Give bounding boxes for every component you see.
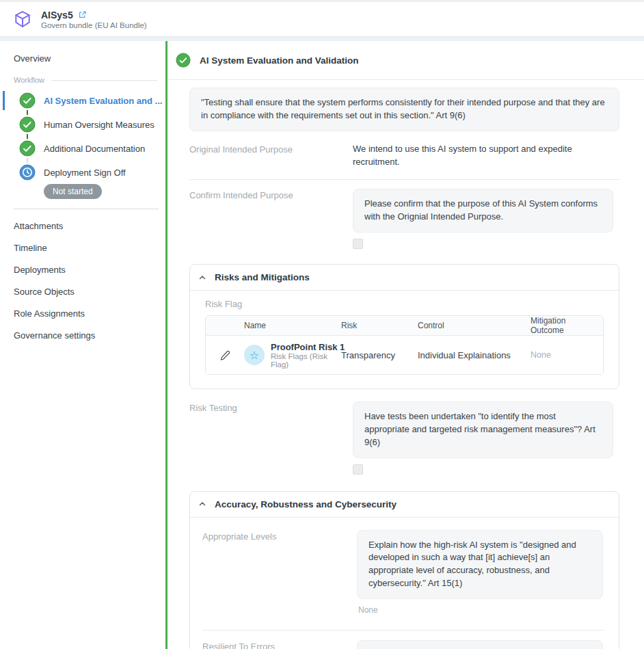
edit-pencil-icon[interactable] bbox=[206, 349, 244, 361]
step-connector bbox=[27, 158, 28, 163]
sidebar-item-attachments[interactable]: Attachments bbox=[14, 215, 165, 237]
risk-testing-checkbox[interactable] bbox=[353, 464, 363, 475]
chevron-up-icon[interactable] bbox=[198, 274, 206, 282]
sidebar: Overview Workflow AI System Evaluation a… bbox=[0, 41, 165, 649]
main-panel: AI System Evaluation and Validation "Tes… bbox=[165, 41, 644, 649]
table-header-row: Name Risk Control Mitigation Outcome bbox=[206, 316, 603, 336]
control-cell: Individual Explainations bbox=[418, 350, 531, 360]
risks-and-mitigations-card: Risks and Mitigations Risk Flag Name Ris… bbox=[189, 264, 619, 389]
workflow-step-deployment-sign-off[interactable]: Deployment Sign Off bbox=[14, 163, 165, 182]
workflow-step-label[interactable]: Additional Documentation bbox=[44, 144, 145, 154]
column-header-mitigation-outcome: Mitigation Outcome bbox=[531, 316, 603, 335]
field-value-none: None bbox=[358, 605, 603, 615]
column-header-control: Control bbox=[418, 321, 531, 330]
risk-flag-table: Name Risk Control Mitigation Outcome bbox=[205, 315, 604, 375]
check-circle-icon bbox=[176, 53, 191, 68]
workflow-heading: Workflow bbox=[14, 76, 44, 84]
sidebar-item-source-objects[interactable]: Source Objects bbox=[14, 280, 165, 302]
workflow-step-human-oversight[interactable]: Human Oversight Measures bbox=[14, 115, 165, 134]
field-original-intended-purpose: Original Intended Purpose We intend to u… bbox=[189, 134, 619, 180]
field-risk-testing: Risk Testing Have tests been undertaken … bbox=[189, 389, 619, 486]
step-connector bbox=[27, 110, 28, 115]
bundle-title: AISys5 bbox=[41, 10, 73, 21]
field-label: Risk Testing bbox=[189, 401, 353, 475]
section-header: AI System Evaluation and Validation bbox=[167, 41, 644, 79]
field-confirm-intended-purpose: Confirm Intended Purpose Please confirm … bbox=[189, 179, 619, 260]
chevron-up-icon[interactable] bbox=[198, 500, 206, 508]
field-label: Appropriate Levels bbox=[202, 530, 357, 616]
column-header-risk: Risk bbox=[341, 321, 418, 330]
risk-name: ProofPoint Risk 1 bbox=[271, 342, 345, 352]
sidebar-item-overview[interactable]: Overview bbox=[14, 52, 165, 65]
field-instruction: Have tests been undertaken "to identify … bbox=[353, 401, 613, 458]
sidebar-divider bbox=[14, 209, 159, 209]
field-instruction: Explain how the high-risk AI system is "… bbox=[357, 530, 603, 599]
field-instruction: Declare measures taken to ensure that th… bbox=[357, 640, 603, 649]
field-label: Confirm Intended Purpose bbox=[189, 189, 353, 249]
card-title: Risks and Mitigations bbox=[215, 272, 310, 282]
external-link-icon[interactable] bbox=[78, 10, 87, 19]
sidebar-item-governance-settings[interactable]: Governance settings bbox=[14, 324, 165, 346]
mitigation-outcome-cell: None bbox=[531, 350, 603, 360]
table-row: ☆ ProofPoint Risk 1 Risk Flags (Risk Fla… bbox=[206, 336, 603, 374]
check-circle-icon bbox=[19, 140, 36, 157]
accuracy-robustness-cybersecurity-card: Accuracy, Robustness and Cybersecurity A… bbox=[189, 491, 619, 649]
workflow-step-ai-system-evaluation[interactable]: AI System Evaluation and ... bbox=[14, 91, 165, 110]
sidebar-item-role-assignments[interactable]: Role Assignments bbox=[14, 302, 165, 324]
app-header: AISys5 Govern bundle (EU AI Bundle) bbox=[0, 2, 644, 37]
risk-flag-label: Risk Flag bbox=[205, 299, 604, 309]
bundle-subtitle: Govern bundle (EU AI Bundle) bbox=[41, 21, 147, 29]
field-value: We intend to use this AI system to suppo… bbox=[353, 143, 619, 169]
workflow-step-additional-documentation[interactable]: Additional Documentation bbox=[14, 139, 165, 158]
confirm-purpose-checkbox[interactable] bbox=[353, 239, 363, 249]
field-appropriate-levels: Appropriate Levels Explain how the high-… bbox=[202, 520, 604, 620]
field-instruction: Please confirm that the purpose of this … bbox=[353, 189, 613, 233]
accuracy-card-header[interactable]: Accuracy, Robustness and Cybersecurity bbox=[190, 492, 619, 518]
page: AISys5 Govern bundle (EU AI Bundle) Over… bbox=[0, 0, 644, 649]
field-resilient-to-errors: Resilient To Errors Declare measures tak… bbox=[202, 630, 604, 649]
regulation-quote: "Testing shall ensure that the system pe… bbox=[189, 88, 619, 131]
page-title: AI System Evaluation and Validation bbox=[200, 55, 359, 66]
field-label: Original Intended Purpose bbox=[189, 143, 353, 169]
risk-name-subtitle: Risk Flags (Risk Flag) bbox=[271, 352, 345, 369]
risk-cell: Transparency bbox=[341, 350, 418, 360]
status-badge: Not started bbox=[44, 184, 102, 199]
card-title: Accuracy, Robustness and Cybersecurity bbox=[215, 499, 397, 509]
bundle-cube-icon bbox=[12, 9, 33, 29]
check-circle-icon bbox=[19, 92, 36, 109]
workflow-heading-rule bbox=[51, 80, 157, 81]
workflow-step-label[interactable]: Human Oversight Measures bbox=[44, 120, 155, 130]
workflow-step-label[interactable]: AI System Evaluation and ... bbox=[44, 96, 162, 106]
workflow-step-label[interactable]: Deployment Sign Off bbox=[44, 168, 126, 178]
clock-icon bbox=[19, 164, 36, 181]
sidebar-nav: Attachments Timeline Deployments Source … bbox=[14, 215, 165, 346]
sidebar-item-deployments[interactable]: Deployments bbox=[14, 259, 165, 280]
check-circle-icon bbox=[19, 116, 36, 133]
step-connector bbox=[27, 134, 28, 139]
risks-card-header[interactable]: Risks and Mitigations bbox=[190, 265, 619, 291]
risk-flag-star-icon: ☆ bbox=[244, 345, 265, 365]
column-header-name: Name bbox=[244, 321, 341, 330]
field-label: Resilient To Errors bbox=[202, 640, 357, 649]
sidebar-item-timeline[interactable]: Timeline bbox=[14, 237, 165, 259]
